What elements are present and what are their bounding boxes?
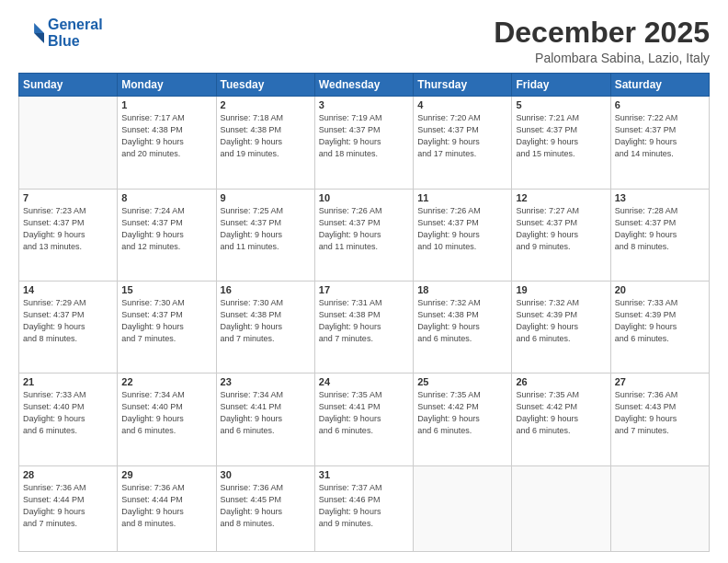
day-number: 20: [615, 284, 705, 295]
day-number: 23: [221, 376, 311, 387]
calendar-cell: [19, 97, 118, 189]
calendar-cell: 3Sunrise: 7:19 AMSunset: 4:37 PMDaylight…: [314, 97, 413, 189]
day-info: Sunrise: 7:35 AMSunset: 4:42 PMDaylight:…: [417, 389, 507, 437]
calendar-cell: 13Sunrise: 7:28 AMSunset: 4:37 PMDayligh…: [610, 189, 709, 281]
day-info: Sunrise: 7:35 AMSunset: 4:42 PMDaylight:…: [516, 389, 606, 437]
calendar-cell: [512, 465, 610, 552]
day-info: Sunrise: 7:29 AMSunset: 4:37 PMDaylight:…: [23, 297, 113, 345]
day-info: Sunrise: 7:36 AMSunset: 4:44 PMDaylight:…: [121, 482, 211, 530]
day-number: 11: [417, 192, 507, 203]
day-info: Sunrise: 7:36 AMSunset: 4:43 PMDaylight:…: [615, 389, 705, 437]
calendar-header-tuesday: Tuesday: [216, 74, 314, 97]
calendar-cell: [414, 465, 512, 552]
calendar-cell: 17Sunrise: 7:31 AMSunset: 4:38 PMDayligh…: [314, 281, 413, 373]
logo-icon: [18, 20, 44, 46]
day-number: 26: [516, 376, 606, 387]
calendar-header-thursday: Thursday: [414, 74, 512, 97]
title-block: December 2025 Palombara Sabina, Lazio, I…: [494, 17, 710, 65]
calendar-header-wednesday: Wednesday: [314, 74, 413, 97]
calendar-cell: 9Sunrise: 7:25 AMSunset: 4:37 PMDaylight…: [216, 189, 314, 281]
calendar-cell: 18Sunrise: 7:32 AMSunset: 4:38 PMDayligh…: [414, 281, 512, 373]
day-number: 31: [319, 469, 409, 480]
calendar-cell: 1Sunrise: 7:17 AMSunset: 4:38 PMDaylight…: [118, 97, 216, 189]
day-info: Sunrise: 7:34 AMSunset: 4:41 PMDaylight:…: [221, 389, 311, 437]
calendar-header-sunday: Sunday: [19, 74, 118, 97]
day-info: Sunrise: 7:21 AMSunset: 4:37 PMDaylight:…: [516, 112, 606, 160]
day-number: 4: [417, 99, 507, 110]
calendar-cell: 15Sunrise: 7:30 AMSunset: 4:37 PMDayligh…: [118, 281, 216, 373]
calendar-table: SundayMondayTuesdayWednesdayThursdayFrid…: [18, 73, 710, 552]
day-number: 24: [319, 376, 409, 387]
day-info: Sunrise: 7:34 AMSunset: 4:40 PMDaylight:…: [121, 389, 211, 437]
day-info: Sunrise: 7:24 AMSunset: 4:37 PMDaylight:…: [121, 205, 211, 253]
calendar-cell: 27Sunrise: 7:36 AMSunset: 4:43 PMDayligh…: [610, 373, 709, 465]
day-number: 12: [516, 192, 606, 203]
calendar-cell: 6Sunrise: 7:22 AMSunset: 4:37 PMDaylight…: [610, 97, 709, 189]
day-info: Sunrise: 7:30 AMSunset: 4:37 PMDaylight:…: [121, 297, 211, 345]
day-info: Sunrise: 7:20 AMSunset: 4:37 PMDaylight:…: [417, 112, 507, 160]
day-number: 16: [221, 284, 311, 295]
day-info: Sunrise: 7:33 AMSunset: 4:40 PMDaylight:…: [23, 389, 113, 437]
logo: General Blue: [18, 17, 103, 49]
day-number: 21: [23, 376, 113, 387]
day-info: Sunrise: 7:26 AMSunset: 4:37 PMDaylight:…: [417, 205, 507, 253]
calendar-cell: 28Sunrise: 7:36 AMSunset: 4:44 PMDayligh…: [19, 465, 118, 552]
calendar-cell: 21Sunrise: 7:33 AMSunset: 4:40 PMDayligh…: [19, 373, 118, 465]
day-number: 2: [221, 99, 311, 110]
calendar-cell: [610, 465, 709, 552]
logo-text: General Blue: [48, 17, 103, 49]
page: General Blue December 2025 Palombara Sab…: [0, 0, 728, 563]
calendar-cell: 19Sunrise: 7:32 AMSunset: 4:39 PMDayligh…: [512, 281, 610, 373]
day-number: 8: [121, 192, 211, 203]
day-info: Sunrise: 7:22 AMSunset: 4:37 PMDaylight:…: [615, 112, 705, 160]
calendar-cell: 11Sunrise: 7:26 AMSunset: 4:37 PMDayligh…: [414, 189, 512, 281]
calendar-week-row: 1Sunrise: 7:17 AMSunset: 4:38 PMDaylight…: [19, 97, 710, 189]
day-number: 14: [23, 284, 113, 295]
day-number: 1: [121, 99, 211, 110]
header: General Blue December 2025 Palombara Sab…: [18, 17, 710, 65]
month-title: December 2025: [494, 17, 710, 49]
day-number: 22: [121, 376, 211, 387]
day-info: Sunrise: 7:30 AMSunset: 4:38 PMDaylight:…: [221, 297, 311, 345]
day-number: 5: [516, 99, 606, 110]
svg-marker-0: [34, 23, 44, 33]
day-number: 27: [615, 376, 705, 387]
calendar-header-saturday: Saturday: [610, 74, 709, 97]
calendar-cell: 22Sunrise: 7:34 AMSunset: 4:40 PMDayligh…: [118, 373, 216, 465]
svg-marker-1: [34, 33, 44, 43]
logo-blue: Blue: [48, 33, 80, 49]
svg-rect-2: [18, 20, 34, 46]
calendar-cell: 20Sunrise: 7:33 AMSunset: 4:39 PMDayligh…: [610, 281, 709, 373]
day-number: 18: [417, 284, 507, 295]
calendar-header-monday: Monday: [118, 74, 216, 97]
calendar-cell: 30Sunrise: 7:36 AMSunset: 4:45 PMDayligh…: [216, 465, 314, 552]
day-info: Sunrise: 7:36 AMSunset: 4:45 PMDaylight:…: [221, 482, 311, 530]
day-number: 10: [319, 192, 409, 203]
calendar-week-row: 7Sunrise: 7:23 AMSunset: 4:37 PMDaylight…: [19, 189, 710, 281]
calendar-header-friday: Friday: [512, 74, 610, 97]
day-number: 15: [121, 284, 211, 295]
day-number: 7: [23, 192, 113, 203]
day-info: Sunrise: 7:26 AMSunset: 4:37 PMDaylight:…: [319, 205, 409, 253]
day-info: Sunrise: 7:33 AMSunset: 4:39 PMDaylight:…: [615, 297, 705, 345]
calendar-cell: 25Sunrise: 7:35 AMSunset: 4:42 PMDayligh…: [414, 373, 512, 465]
logo-general: General: [48, 17, 103, 32]
calendar-cell: 10Sunrise: 7:26 AMSunset: 4:37 PMDayligh…: [314, 189, 413, 281]
day-number: 19: [516, 284, 606, 295]
calendar-week-row: 28Sunrise: 7:36 AMSunset: 4:44 PMDayligh…: [19, 465, 710, 552]
calendar-week-row: 21Sunrise: 7:33 AMSunset: 4:40 PMDayligh…: [19, 373, 710, 465]
day-info: Sunrise: 7:35 AMSunset: 4:41 PMDaylight:…: [319, 389, 409, 437]
day-info: Sunrise: 7:32 AMSunset: 4:39 PMDaylight:…: [516, 297, 606, 345]
day-info: Sunrise: 7:23 AMSunset: 4:37 PMDaylight:…: [23, 205, 113, 253]
calendar-cell: 26Sunrise: 7:35 AMSunset: 4:42 PMDayligh…: [512, 373, 610, 465]
calendar-cell: 23Sunrise: 7:34 AMSunset: 4:41 PMDayligh…: [216, 373, 314, 465]
day-info: Sunrise: 7:25 AMSunset: 4:37 PMDaylight:…: [221, 205, 311, 253]
day-info: Sunrise: 7:31 AMSunset: 4:38 PMDaylight:…: [319, 297, 409, 345]
day-number: 9: [221, 192, 311, 203]
day-info: Sunrise: 7:17 AMSunset: 4:38 PMDaylight:…: [121, 112, 211, 160]
calendar-cell: 7Sunrise: 7:23 AMSunset: 4:37 PMDaylight…: [19, 189, 118, 281]
day-info: Sunrise: 7:27 AMSunset: 4:37 PMDaylight:…: [516, 205, 606, 253]
day-number: 30: [221, 469, 311, 480]
calendar-cell: 24Sunrise: 7:35 AMSunset: 4:41 PMDayligh…: [314, 373, 413, 465]
calendar-week-row: 14Sunrise: 7:29 AMSunset: 4:37 PMDayligh…: [19, 281, 710, 373]
